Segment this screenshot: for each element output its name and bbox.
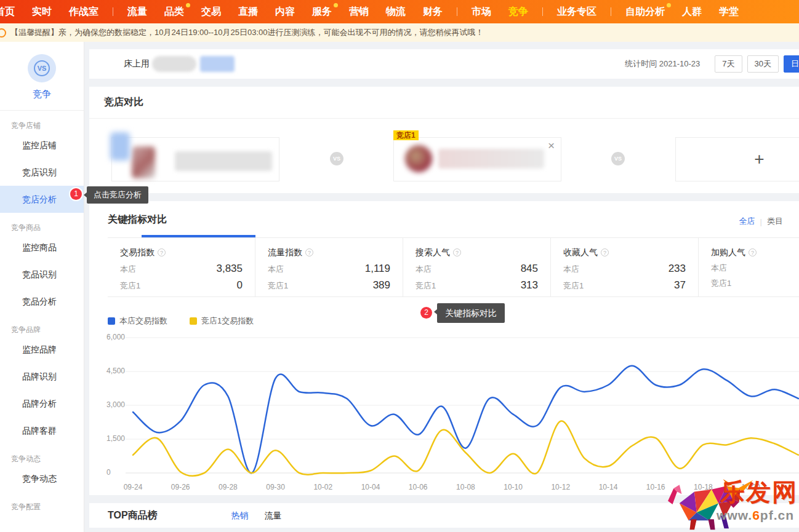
metric-row: 本店3,835 [120, 263, 243, 275]
nav-item-学堂[interactable]: 学堂 [710, 0, 747, 23]
step2-tooltip: 关键指标对比 [437, 303, 505, 323]
sidebar-item-品牌分析[interactable]: 品牌分析 [0, 390, 84, 417]
metric-row: 本店 [711, 263, 799, 274]
sidebar-item-监控店铺[interactable]: 监控店铺 [0, 132, 84, 159]
legend-swatch [108, 317, 115, 325]
legend-item-竞店1交易指数[interactable]: 竞店1交易指数 [190, 316, 254, 327]
nav-item-交易[interactable]: 交易 [193, 0, 230, 23]
sidebar-item-竞争动态[interactable]: 竞争动态 [0, 465, 84, 492]
x-axis-tick: 09-24 [124, 483, 143, 491]
top-nav: 首页实时作战室流量品类交易直播内容服务营销物流财务市场竞争业务专区自助分析人群学… [0, 0, 799, 23]
metric-row-label: 竞店1 [711, 278, 731, 289]
scope-link-类目[interactable]: 类目 [767, 216, 783, 227]
nav-item-品类[interactable]: 品类 [156, 0, 193, 23]
y-axis-tick: 4,500 [106, 367, 125, 375]
store-name-redacted-highlight [200, 56, 235, 72]
nav-item-流量[interactable]: 流量 [119, 0, 156, 23]
sidebar-item-竞店分析[interactable]: 竞店分析1点击竞店分析 [0, 186, 84, 213]
nav-item-营销[interactable]: 营销 [340, 0, 377, 23]
range-button-30天[interactable]: 30天 [747, 55, 779, 73]
nav-item-直播[interactable]: 直播 [230, 0, 267, 23]
help-icon[interactable]: ? [158, 248, 166, 256]
trend-chart[interactable]: 01,5003,0004,5006,000 09-2409-2609-2809-… [102, 333, 799, 495]
sidebar-item-竞品分析[interactable]: 竞品分析 [0, 288, 84, 315]
metrics-title: 关键指标对比 [108, 214, 167, 224]
sidebar-item-监控商品[interactable]: 监控商品 [0, 234, 84, 261]
metric-title: 搜索人气? [416, 247, 538, 258]
nav-item-市场[interactable]: 市场 [463, 0, 500, 23]
sidebar-item-竞店识别[interactable]: 竞店识别 [0, 159, 84, 186]
sidebar-item-监控品牌[interactable]: 监控品牌 [0, 336, 84, 363]
trend-chart-svg[interactable] [126, 338, 799, 473]
help-icon[interactable]: ? [749, 248, 757, 256]
range-button-日[interactable]: 日 [784, 55, 799, 73]
own-store-logo-redacted [132, 146, 155, 178]
metric-row-label: 竞店1 [563, 280, 584, 292]
x-axis-tick: 09-30 [266, 483, 285, 491]
step2-badge: 2 [420, 307, 432, 319]
nav-item-作战室[interactable]: 作战室 [60, 0, 107, 23]
legend-item-本店交易指数[interactable]: 本店交易指数 [108, 316, 167, 327]
nav-item-人群[interactable]: 人群 [673, 0, 710, 23]
vs-module-icon: VS [28, 54, 56, 82]
metric-title: 交易指数? [120, 247, 243, 258]
nav-item-业务专区[interactable]: 业务专区 [548, 0, 605, 23]
metric-card-交易指数: 交易指数?本店3,835竞店10 [108, 238, 255, 296]
top-products-tab-热销[interactable]: 热销 [231, 510, 249, 522]
nav-item-服务[interactable]: 服务 [303, 0, 340, 23]
metrics-card: 关键指标对比 全店|类目 交易指数?本店3,835竞店10流量指数?本店1,11… [89, 201, 799, 495]
help-icon[interactable]: ? [305, 248, 313, 256]
step1-tooltip: 点击竞店分析 [87, 186, 148, 204]
range-button-7天[interactable]: 7天 [715, 55, 742, 73]
x-axis-tick: 10-12 [551, 483, 570, 491]
x-axis-tick: 10-04 [361, 483, 380, 491]
nav-item-实时[interactable]: 实时 [23, 0, 60, 23]
range-buttons: 7天30天日 [715, 55, 799, 73]
compare-title-row: 竞店对比 [89, 87, 799, 119]
legend-label: 竞店1交易指数 [201, 316, 254, 327]
metric-row-label: 本店 [416, 264, 432, 275]
help-icon[interactable]: ? [453, 248, 461, 256]
active-tab-indicator [142, 235, 255, 237]
metric-row-value: 0 [237, 279, 243, 292]
add-store-card[interactable]: + [675, 137, 799, 181]
metric-row-value: 37 [674, 279, 686, 292]
tab-strip [89, 235, 799, 237]
scope-link-全店[interactable]: 全店 [739, 216, 755, 227]
y-axis-tick: 6,000 [106, 333, 125, 341]
nav-divider [113, 7, 113, 16]
x-axis-tick: 10-20 [741, 483, 760, 491]
y-axis-tick: 1,500 [106, 434, 125, 443]
nav-item-财务[interactable]: 财务 [414, 0, 451, 23]
vs-module-icon-glyph: VS [34, 60, 50, 76]
store-name: 床上用 [124, 58, 150, 69]
metric-row-label: 竞店1 [416, 280, 436, 292]
notice-text: 【温馨提醒】亲，为确保您的数据稳定，10月24日19:00--10月25日03:… [10, 27, 484, 38]
sidebar-item-品牌客群[interactable]: 品牌客群 [0, 417, 84, 444]
x-axis-tick: 10-18 [694, 483, 713, 491]
metric-card-搜索人气: 搜索人气?本店845竞店1313 [403, 238, 551, 296]
nav-item-自助分析[interactable]: 自助分析 [617, 0, 673, 23]
close-icon[interactable]: × [548, 139, 555, 153]
nav-item-内容[interactable]: 内容 [267, 0, 303, 23]
metric-row-label: 竞店1 [120, 280, 140, 292]
nav-item-竞争[interactable]: 竞争 [500, 0, 537, 23]
metric-row-value: 1,119 [365, 263, 390, 275]
nav-item-物流[interactable]: 物流 [377, 0, 414, 23]
sidebar-item-竞品识别[interactable]: 竞品识别 [0, 261, 84, 288]
x-axis-tick: 09-26 [171, 483, 190, 491]
sidebar-item-品牌识别[interactable]: 品牌识别 [0, 363, 84, 390]
nav-item-首页[interactable]: 首页 [0, 0, 23, 23]
own-store-name-redacted [175, 151, 272, 171]
sidebar-menu: 竞争店铺监控店铺竞店识别竞店分析1点击竞店分析竞争商品监控商品竞品识别竞品分析竞… [0, 111, 84, 513]
compare-title: 竞店对比 [104, 97, 143, 107]
vs-icon: VS [330, 152, 343, 165]
metric-title: 收藏人气? [563, 247, 686, 258]
metric-row-value: 313 [521, 279, 538, 292]
competitor-logo-redacted [405, 145, 432, 172]
top-products-tab-流量[interactable]: 流量 [265, 510, 282, 522]
help-icon[interactable]: ? [601, 248, 609, 256]
metrics-title-row: 关键指标对比 全店|类目 [89, 201, 799, 235]
nav-divider [457, 7, 457, 16]
notification-dot [186, 3, 190, 7]
